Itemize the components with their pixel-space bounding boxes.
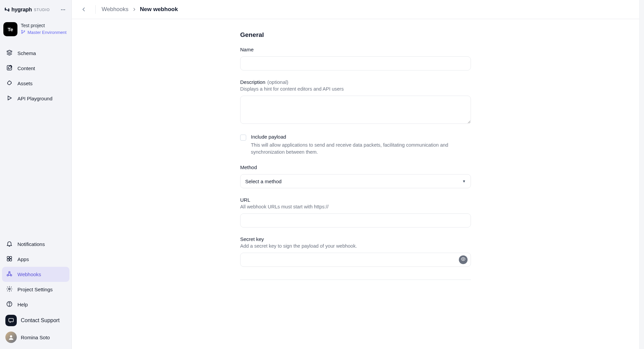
secret-input[interactable] — [240, 253, 471, 267]
topbar: Webhooks New webhook — [72, 0, 639, 19]
toggle-visibility-button[interactable] — [459, 255, 468, 264]
breadcrumb: Webhooks New webhook — [102, 6, 178, 13]
field-url: URL All webhook URLs must start with htt… — [240, 197, 471, 228]
sidebar-item-apps[interactable]: Apps — [2, 252, 69, 267]
svg-rect-9 — [7, 259, 9, 261]
gear-icon — [6, 286, 13, 293]
name-label: Name — [240, 47, 254, 52]
section-title: General — [240, 31, 471, 39]
help-icon — [6, 301, 13, 308]
caret-down-icon: ▼ — [462, 179, 466, 183]
field-name: Name — [240, 47, 471, 70]
breadcrumb-current: New webhook — [140, 6, 178, 13]
sidebar-item-label: Assets — [17, 81, 33, 86]
method-select[interactable]: Select a method ▼ — [240, 174, 471, 188]
svg-point-3 — [21, 30, 22, 31]
svg-point-1 — [63, 9, 64, 10]
url-hint: All webhook URLs must start with https:/… — [240, 204, 471, 209]
project-switcher[interactable]: Te Test project Master Environment — [3, 22, 68, 36]
content-scroll[interactable]: General Name Description (optional) Disp… — [72, 19, 639, 349]
sidebar-item-label: Schema — [17, 50, 36, 56]
chat-icon — [5, 315, 17, 326]
project-avatar: Te — [3, 22, 17, 36]
svg-point-4 — [21, 33, 22, 34]
field-include-payload: Include payload This will allow applicat… — [240, 134, 471, 156]
include-payload-desc: This will allow applications to send and… — [251, 142, 452, 156]
sidebar-item-schema[interactable]: Schema — [2, 46, 69, 61]
schema-icon — [6, 49, 13, 57]
sidebar-item-label: Webhooks — [17, 271, 41, 277]
brand-logo[interactable]: hygraph STUDIO — [4, 7, 57, 13]
brand-name: hygraph — [11, 7, 32, 13]
method-label: Method — [240, 164, 257, 170]
breadcrumb-parent[interactable]: Webhooks — [102, 6, 128, 13]
description-hint: Displays a hint for content editors and … — [240, 86, 471, 92]
content-icon — [6, 64, 13, 72]
svg-point-18 — [10, 335, 12, 338]
user-name: Romina Soto — [21, 335, 50, 340]
environment-switcher[interactable]: Master Environment — [21, 30, 66, 35]
svg-point-0 — [61, 9, 62, 10]
sidebar-item-assets[interactable]: Assets — [2, 76, 69, 91]
svg-point-2 — [64, 9, 65, 10]
divider — [95, 5, 96, 14]
url-input[interactable] — [240, 213, 471, 228]
sidebar-item-content[interactable]: Content — [2, 61, 69, 76]
assets-icon — [6, 80, 13, 87]
description-textarea[interactable] — [240, 96, 471, 124]
svg-rect-7 — [7, 256, 9, 258]
sidebar: hygraph STUDIO Te Test project Ma — [0, 0, 72, 349]
sidebar-item-help[interactable]: Help — [2, 297, 69, 312]
description-label: Description — [240, 79, 265, 85]
section-divider — [240, 280, 471, 280]
nav-primary: Schema Content Assets API Playground — [0, 46, 71, 106]
include-payload-label: Include payload — [251, 134, 452, 140]
sidebar-item-api-playground[interactable]: API Playground — [2, 91, 69, 106]
contact-support[interactable]: Contact Support — [2, 312, 69, 329]
scrollbar-gutter[interactable] — [639, 0, 644, 349]
play-icon — [6, 95, 13, 102]
name-input[interactable] — [240, 56, 471, 70]
branch-icon — [21, 30, 25, 35]
sidebar-item-project-settings[interactable]: Project Settings — [2, 282, 69, 297]
environment-name: Master Environment — [28, 30, 66, 35]
method-placeholder: Select a method — [245, 179, 281, 184]
include-payload-checkbox[interactable] — [240, 135, 246, 141]
eye-icon — [461, 257, 466, 263]
brand-mark-icon — [4, 7, 10, 13]
user-avatar — [5, 332, 17, 343]
field-secret-key: Secret key Add a secret key to sign the … — [240, 236, 471, 267]
secret-hint: Add a secret key to sign the payload of … — [240, 243, 471, 249]
svg-rect-17 — [9, 318, 13, 322]
svg-rect-8 — [10, 256, 12, 258]
brand-suffix: STUDIO — [34, 8, 50, 12]
svg-rect-10 — [10, 259, 12, 261]
support-label: Contact Support — [21, 317, 60, 323]
svg-point-14 — [9, 288, 10, 290]
nav-secondary: Notifications Apps Webhooks Project Sett… — [0, 237, 71, 349]
field-method: Method Select a method ▼ — [240, 164, 471, 188]
sidebar-item-label: Project Settings — [17, 287, 53, 292]
secret-label: Secret key — [240, 236, 264, 242]
svg-point-5 — [24, 31, 25, 32]
back-button[interactable] — [78, 4, 89, 15]
url-label: URL — [240, 197, 250, 203]
sidebar-item-label: Apps — [17, 256, 29, 262]
project-name: Test project — [21, 23, 66, 28]
field-description: Description (optional) Displays a hint f… — [240, 79, 471, 125]
description-optional: (optional) — [267, 79, 288, 85]
svg-point-16 — [9, 305, 9, 306]
sidebar-item-label: Content — [17, 65, 35, 71]
sidebar-more-button[interactable] — [59, 6, 67, 13]
apps-icon — [6, 255, 13, 263]
sidebar-item-notifications[interactable]: Notifications — [2, 237, 69, 252]
chevron-right-icon — [132, 7, 137, 12]
user-menu[interactable]: Romina Soto — [2, 329, 69, 346]
webhook-icon — [6, 270, 13, 278]
sidebar-item-webhooks[interactable]: Webhooks — [2, 267, 69, 282]
webhook-form: General Name Description (optional) Disp… — [240, 31, 471, 329]
svg-point-19 — [463, 258, 464, 260]
sidebar-item-label: API Playground — [17, 96, 52, 101]
sidebar-item-label: Help — [17, 302, 28, 307]
sidebar-item-label: Notifications — [17, 241, 45, 247]
